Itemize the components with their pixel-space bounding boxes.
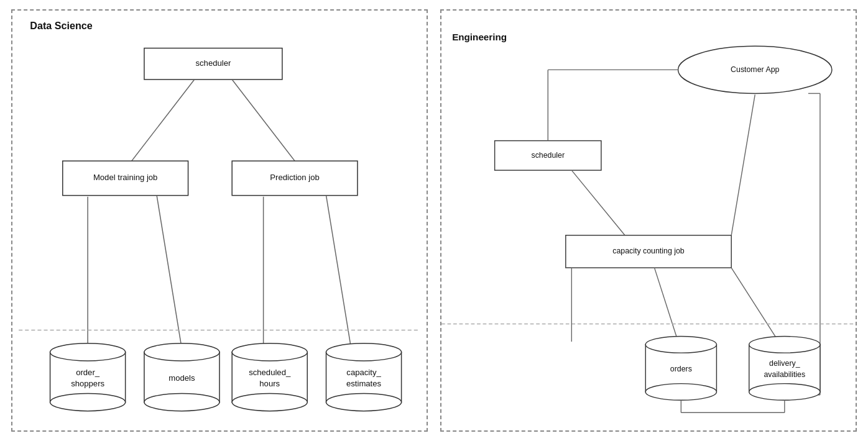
right-panel-title: Engineering — [452, 32, 507, 42]
capacity-counting-label: capacity counting job — [612, 247, 685, 255]
order-shoppers-label2: shoppers — [71, 379, 104, 388]
scheduled-hours-cyl-top — [232, 343, 307, 361]
scheduled-hours-label2: hours — [259, 379, 280, 388]
capacity-estimates-label: capacity_ — [346, 368, 381, 377]
model-training-label: Model training job — [93, 173, 157, 182]
order-shoppers-label: order_ — [76, 368, 100, 377]
capacity-estimates-label2: estimates — [346, 379, 382, 388]
data-science-panel: Data Science scheduler Model training jo… — [11, 9, 428, 432]
order-shoppers-cyl-top — [50, 343, 126, 361]
arrow-orders-to-ccj — [655, 268, 678, 342]
orders-cyl-bottom — [645, 384, 716, 401]
arrow-ccj-to-customer-app — [731, 94, 755, 235]
arrow-modeltraining-to-models — [157, 196, 182, 349]
models-label: models — [169, 373, 195, 383]
order-shoppers-cyl-bottom — [50, 393, 126, 411]
diagram-container: Data Science scheduler Model training jo… — [11, 9, 857, 432]
eng-scheduler-label: scheduler — [531, 151, 565, 160]
capacity-estimates-cyl-top — [326, 343, 402, 361]
scheduled-hours-cyl-bottom — [232, 393, 307, 411]
delivery-cyl-top — [749, 336, 820, 353]
capacity-estimates-cyl-bottom — [326, 393, 402, 411]
delivery-cyl-bottom — [749, 384, 820, 401]
scheduled-hours-label: scheduled_ — [249, 368, 291, 377]
arrow-scheduler-to-model-training — [132, 80, 195, 161]
arrow-scheduler-to-prediction — [232, 80, 295, 161]
ds-scheduler-label: scheduler — [195, 58, 231, 68]
arrow-prediction-to-capacityestimates — [326, 196, 351, 349]
models-cyl-top — [144, 343, 219, 361]
models-cyl-bottom — [144, 393, 219, 411]
engineering-panel: Engineering Customer App scheduler capac… — [440, 9, 857, 432]
prediction-job-label: Prediction job — [270, 173, 319, 182]
delivery-label: delivery_ — [769, 359, 801, 368]
delivery-label2: availabilities — [764, 370, 806, 379]
arrow-eng-scheduler-to-ccj — [571, 170, 625, 235]
arrow-ccj-to-delivery — [731, 268, 778, 342]
orders-label: orders — [670, 365, 692, 373]
orders-cyl-top — [645, 336, 716, 353]
customer-app-label: Customer App — [731, 65, 779, 74]
left-panel-title: Data Science — [30, 20, 92, 31]
